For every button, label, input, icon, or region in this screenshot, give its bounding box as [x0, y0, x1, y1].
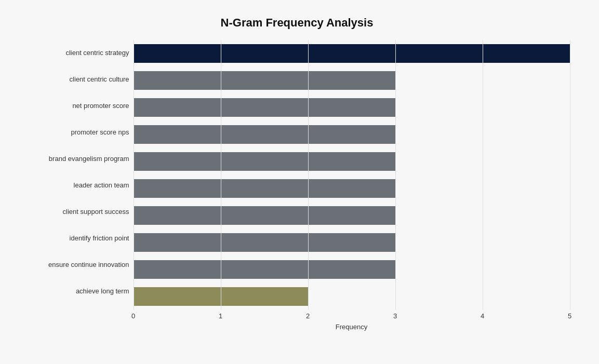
bar-row [134, 229, 570, 256]
bar [134, 233, 395, 252]
x-axis: 012345 Frequency [134, 310, 570, 331]
bar-row [134, 202, 570, 229]
plot-area: 012345 Frequency [134, 40, 570, 326]
y-axis-label: ensure continue innovation [48, 252, 129, 278]
bar-row [134, 121, 570, 148]
chart-title: N-Gram Frequency Analysis [24, 16, 570, 30]
bar-row [134, 283, 570, 310]
y-axis-label: client centric culture [70, 66, 129, 93]
grid-line [570, 40, 570, 310]
bar [134, 98, 395, 117]
y-axis-label: client centric strategy [65, 40, 129, 66]
y-axis-label: achieve long term [76, 278, 129, 305]
y-axis-label: identify friction point [70, 225, 129, 252]
y-axis-label: promoter score nps [71, 119, 129, 146]
chart-area: client centric strategyclient centric cu… [24, 40, 570, 326]
y-axis-label: brand evangelism program [49, 146, 129, 172]
bar-row [134, 175, 570, 202]
y-axis: client centric strategyclient centric cu… [24, 40, 134, 326]
y-axis-label: net promoter score [72, 93, 129, 119]
x-axis-label: Frequency [134, 323, 570, 331]
bar [134, 206, 395, 225]
bar [134, 179, 395, 198]
bar [134, 44, 570, 63]
bar [134, 287, 308, 306]
bar-row [134, 256, 570, 283]
y-axis-label: leader action team [74, 172, 129, 199]
bar-row [134, 148, 570, 175]
chart-container: N-Gram Frequency Analysis client centric… [14, 6, 585, 359]
bar-row [134, 40, 570, 67]
bar [134, 260, 395, 279]
bar [134, 152, 395, 171]
y-axis-label: client support success [63, 199, 129, 225]
bar-row [134, 67, 570, 94]
bar [134, 71, 395, 90]
bar-row [134, 94, 570, 121]
bar [134, 125, 395, 144]
bars-section [134, 40, 570, 310]
